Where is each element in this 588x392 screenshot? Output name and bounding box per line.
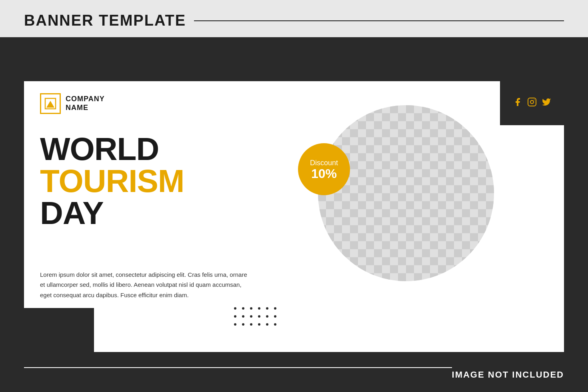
title-divider xyxy=(194,20,564,21)
company-name-line2: NAME xyxy=(66,104,105,112)
dot xyxy=(250,315,252,318)
discount-label: Discount xyxy=(310,159,338,167)
banner-card: COMPANY NAME WORLD TOURISM DAY Lorem ips… xyxy=(24,81,564,352)
headline-tourism: TOURISM xyxy=(40,165,184,197)
dot xyxy=(274,307,276,310)
dot xyxy=(234,315,236,318)
description-text: Lorem ipsum dolor sit amet, consectetur … xyxy=(40,270,248,300)
dot xyxy=(242,307,244,310)
bottom-dark-area: IMAGE NOT INCLUDED xyxy=(0,37,588,392)
top-header: BANNER TEMPLATE xyxy=(0,0,588,37)
dot xyxy=(274,315,276,318)
discount-amount: 10% xyxy=(311,167,337,180)
checker-pattern xyxy=(318,105,494,281)
dot xyxy=(242,323,244,326)
dot xyxy=(242,315,244,318)
dot xyxy=(234,307,236,310)
dot xyxy=(250,323,252,326)
image-not-included-label: IMAGE NOT INCLUDED xyxy=(452,370,564,380)
image-placeholder xyxy=(318,105,494,281)
banner-content-area: COMPANY NAME WORLD TOURISM DAY Lorem ips… xyxy=(24,81,564,352)
dot xyxy=(250,307,252,310)
dot xyxy=(258,315,260,318)
dot xyxy=(258,307,260,310)
dot xyxy=(258,323,260,326)
svg-marker-4 xyxy=(46,101,54,108)
page-title: BANNER TEMPLATE xyxy=(24,12,186,29)
logo-icon xyxy=(40,93,61,114)
dot xyxy=(266,323,268,326)
headline-day: DAY xyxy=(40,197,184,229)
company-name-area: COMPANY NAME xyxy=(66,95,105,112)
dot xyxy=(266,307,268,310)
dot xyxy=(234,323,236,326)
bottom-divider-line xyxy=(24,367,452,368)
dot-grid-decoration xyxy=(234,307,279,328)
headline-world: WORLD xyxy=(40,133,184,165)
headline-area: WORLD TOURISM DAY xyxy=(40,133,184,229)
discount-badge: Discount 10% xyxy=(298,143,350,195)
dot xyxy=(266,315,268,318)
dot xyxy=(274,323,276,326)
company-name-line1: COMPANY xyxy=(66,95,105,104)
logo-area: COMPANY NAME xyxy=(40,93,548,114)
